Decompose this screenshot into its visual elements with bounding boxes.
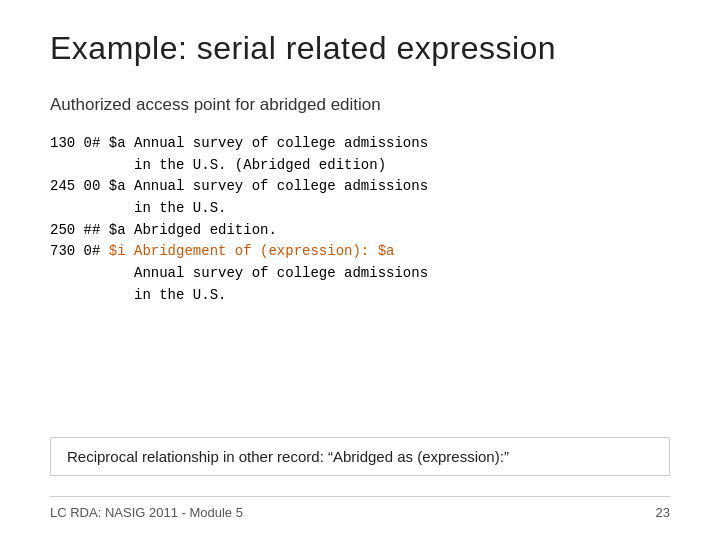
slide-title: Example: serial related expression	[50, 30, 670, 67]
marc-245-content2: in the U.S.	[134, 198, 226, 220]
marc-730-content3: in the U.S.	[134, 285, 226, 307]
marc-730-tag: 730 0#	[50, 241, 109, 263]
footer-page-number: 23	[656, 505, 670, 520]
marc-730-content2: Annual survey of college admissions	[134, 263, 428, 285]
marc-250-tag: 250 ##	[50, 220, 109, 242]
slide-subtitle: Authorized access point for abridged edi…	[50, 95, 670, 115]
marc-730-orange: $i Abridgement of (expression): $a	[109, 241, 395, 263]
marc-130-content2: in the U.S. (Abridged edition)	[134, 155, 386, 177]
marc-730-line3: in the U.S.	[50, 285, 670, 307]
reciprocal-text: Reciprocal relationship in other record:…	[67, 448, 509, 465]
marc-245-tag: 245 00	[50, 176, 109, 198]
marc-730-line1: 730 0# $i Abridgement of (expression): $…	[50, 241, 670, 263]
marc-245-content1: $a Annual survey of college admissions	[109, 176, 428, 198]
marc-245-line1: 245 00 $a Annual survey of college admis…	[50, 176, 670, 198]
marc-130-tag: 130 0#	[50, 133, 109, 155]
marc-250-line1: 250 ## $a Abridged edition.	[50, 220, 670, 242]
reciprocal-box: Reciprocal relationship in other record:…	[50, 437, 670, 476]
slide-container: Example: serial related expression Autho…	[0, 0, 720, 540]
marc-730-indent2	[50, 263, 134, 285]
marc-730-line2: Annual survey of college admissions	[50, 263, 670, 285]
footer-left-text: LC RDA: NASIG 2011 - Module 5	[50, 505, 243, 520]
marc-245-line2: in the U.S.	[50, 198, 670, 220]
marc-245-indent	[50, 198, 134, 220]
marc-730-indent3	[50, 285, 134, 307]
marc-130-content1: $a Annual survey of college admissions	[109, 133, 428, 155]
marc-250-content1: $a Abridged edition.	[109, 220, 277, 242]
marc-130-line2: in the U.S. (Abridged edition)	[50, 155, 670, 177]
marc-records-block: 130 0# $a Annual survey of college admis…	[50, 133, 670, 415]
marc-130-line1: 130 0# $a Annual survey of college admis…	[50, 133, 670, 155]
marc-130-indent	[50, 155, 134, 177]
slide-footer: LC RDA: NASIG 2011 - Module 5 23	[50, 496, 670, 520]
